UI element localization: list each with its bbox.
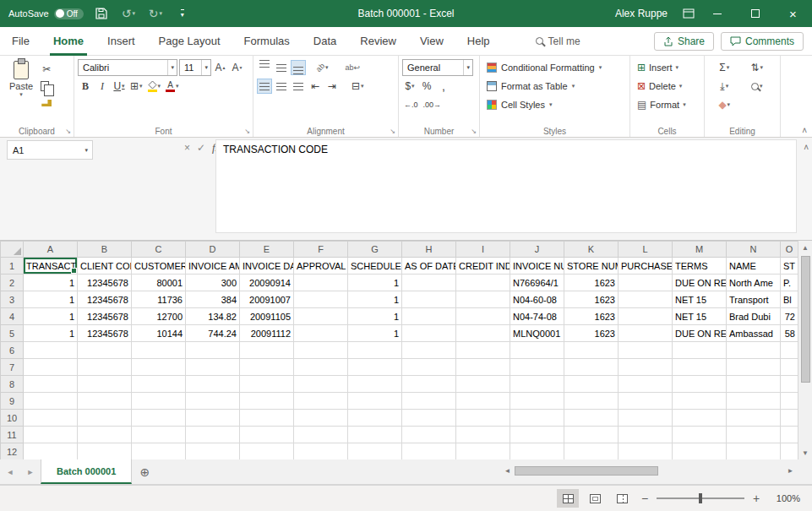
cell-F12[interactable] bbox=[294, 443, 348, 460]
cell-J1[interactable]: INVOICE NU bbox=[510, 258, 564, 275]
align-left-button[interactable] bbox=[257, 79, 272, 94]
cell-B2[interactable]: 12345678 bbox=[78, 275, 132, 291]
cell-O3[interactable]: Bl bbox=[781, 291, 798, 308]
cell-J7[interactable] bbox=[510, 359, 564, 376]
cell-F6[interactable] bbox=[294, 342, 348, 359]
comments-button[interactable]: Comments bbox=[721, 32, 804, 51]
cell-F9[interactable] bbox=[294, 393, 348, 410]
comma-style-button[interactable]: , bbox=[436, 79, 451, 94]
col-header-M[interactable]: M bbox=[673, 242, 727, 258]
cell-H1[interactable]: AS OF DATE bbox=[402, 258, 456, 275]
cell-A12[interactable] bbox=[24, 443, 78, 460]
cell-A5[interactable]: 1 bbox=[24, 325, 78, 342]
find-select-button[interactable]: ▾ bbox=[749, 79, 765, 94]
cell-D10[interactable] bbox=[186, 410, 240, 427]
cell-O4[interactable]: 72 bbox=[781, 308, 798, 325]
row-header-2[interactable]: 2 bbox=[1, 275, 24, 291]
cell-M5[interactable]: DUE ON RE bbox=[673, 325, 727, 342]
row-header-8[interactable]: 8 bbox=[1, 376, 24, 393]
underline-button[interactable]: U▾ bbox=[112, 79, 127, 94]
cell-D1[interactable]: INVOICE AM bbox=[186, 258, 240, 275]
format-button[interactable]: ▤Format▾ bbox=[634, 95, 700, 114]
view-normal-button[interactable] bbox=[557, 489, 579, 508]
cell-I8[interactable] bbox=[456, 376, 510, 393]
cell-E12[interactable] bbox=[240, 443, 294, 460]
cell-K9[interactable] bbox=[564, 393, 619, 410]
cell-K3[interactable]: 1623 bbox=[564, 291, 619, 308]
cell-styles-button[interactable]: Cell Styles▾ bbox=[483, 95, 626, 114]
cell-O10[interactable] bbox=[781, 410, 798, 427]
cell-I9[interactable] bbox=[456, 393, 510, 410]
cell-M10[interactable] bbox=[673, 410, 727, 427]
cell-L5[interactable] bbox=[619, 325, 673, 342]
cell-B4[interactable]: 12345678 bbox=[78, 308, 132, 325]
cell-G11[interactable] bbox=[348, 427, 402, 443]
save-button[interactable] bbox=[92, 4, 111, 23]
cell-O8[interactable] bbox=[781, 376, 798, 393]
insert-button[interactable]: ⊞Insert▾ bbox=[634, 58, 700, 77]
conditional-formatting-button[interactable]: Conditional Formatting▾ bbox=[483, 58, 626, 77]
increase-decimal-button[interactable]: ←.0 bbox=[402, 97, 420, 112]
tab-review[interactable]: Review bbox=[348, 27, 408, 56]
dialog-launcher-icon[interactable]: ↘ bbox=[471, 128, 477, 135]
delete-button[interactable]: ⊠Delete▾ bbox=[634, 77, 700, 95]
tab-view[interactable]: View bbox=[408, 27, 455, 56]
cell-O12[interactable] bbox=[781, 443, 798, 460]
cell-I6[interactable] bbox=[456, 342, 510, 359]
view-page-layout-button[interactable] bbox=[584, 489, 606, 508]
cell-F2[interactable] bbox=[294, 275, 348, 291]
row-header-7[interactable]: 7 bbox=[1, 359, 24, 376]
zoom-out-button[interactable]: − bbox=[638, 492, 651, 505]
cell-F3[interactable] bbox=[294, 291, 348, 308]
increase-font-size-button[interactable]: A bbox=[213, 60, 228, 75]
dialog-launcher-icon[interactable]: ↘ bbox=[65, 128, 71, 135]
row-header-4[interactable]: 4 bbox=[1, 308, 24, 325]
format-painter-button[interactable] bbox=[39, 95, 55, 111]
align-center-button[interactable] bbox=[274, 79, 289, 94]
cell-K5[interactable]: 1623 bbox=[564, 325, 619, 342]
cell-A9[interactable] bbox=[24, 393, 78, 410]
cell-F5[interactable] bbox=[294, 325, 348, 342]
font-name-select[interactable]: Calibri▾ bbox=[78, 59, 177, 76]
cell-D7[interactable] bbox=[186, 359, 240, 376]
sheet-nav-left-icon[interactable]: ◄ bbox=[0, 459, 20, 484]
col-header-N[interactable]: N bbox=[727, 242, 781, 258]
zoom-slider[interactable] bbox=[657, 497, 744, 499]
cell-A11[interactable] bbox=[24, 427, 78, 443]
cell-E4[interactable]: 20091105 bbox=[240, 308, 294, 325]
row-header-3[interactable]: 3 bbox=[1, 291, 24, 308]
cell-A8[interactable] bbox=[24, 376, 78, 393]
cell-H9[interactable] bbox=[402, 393, 456, 410]
cell-N8[interactable] bbox=[727, 376, 781, 393]
cell-C7[interactable] bbox=[132, 359, 186, 376]
cell-H6[interactable] bbox=[402, 342, 456, 359]
cell-F7[interactable] bbox=[294, 359, 348, 376]
cell-O5[interactable]: 58 bbox=[781, 325, 798, 342]
cell-B12[interactable] bbox=[78, 443, 132, 460]
cell-G9[interactable] bbox=[348, 393, 402, 410]
cell-E10[interactable] bbox=[240, 410, 294, 427]
cell-G12[interactable] bbox=[348, 443, 402, 460]
cell-C3[interactable]: 11736 bbox=[132, 291, 186, 308]
col-header-H[interactable]: H bbox=[402, 242, 456, 258]
tab-data[interactable]: Data bbox=[302, 27, 348, 56]
cell-K4[interactable]: 1623 bbox=[564, 308, 619, 325]
cell-D2[interactable]: 300 bbox=[186, 275, 240, 291]
col-header-E[interactable]: E bbox=[240, 242, 294, 258]
cell-H3[interactable] bbox=[402, 291, 456, 308]
tab-help[interactable]: Help bbox=[455, 27, 502, 56]
cell-K2[interactable]: 1623 bbox=[564, 275, 619, 291]
cell-H7[interactable] bbox=[402, 359, 456, 376]
cell-M3[interactable]: NET 15 bbox=[673, 291, 727, 308]
cell-A3[interactable]: 1 bbox=[24, 291, 78, 308]
middle-align-button[interactable] bbox=[274, 60, 289, 75]
cell-N6[interactable] bbox=[727, 342, 781, 359]
cell-A4[interactable]: 1 bbox=[24, 308, 78, 325]
cell-G8[interactable] bbox=[348, 376, 402, 393]
cell-H2[interactable] bbox=[402, 275, 456, 291]
cell-D8[interactable] bbox=[186, 376, 240, 393]
cell-F8[interactable] bbox=[294, 376, 348, 393]
tab-insert[interactable]: Insert bbox=[95, 27, 147, 56]
col-header-J[interactable]: J bbox=[510, 242, 564, 258]
cell-B3[interactable]: 12345678 bbox=[78, 291, 132, 308]
